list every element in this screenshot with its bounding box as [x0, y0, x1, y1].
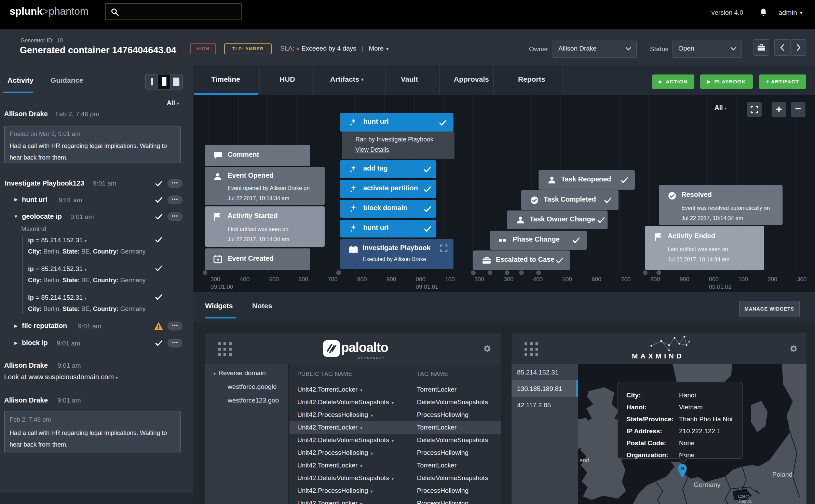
svg-text:Poland: Poland — [772, 471, 792, 478]
svg-text:Germany: Germany — [694, 481, 721, 488]
svg-text:and: and — [580, 457, 589, 464]
svg-text:Repub.: Repub. — [739, 499, 752, 504]
svg-text:Czech: Czech — [738, 494, 750, 499]
